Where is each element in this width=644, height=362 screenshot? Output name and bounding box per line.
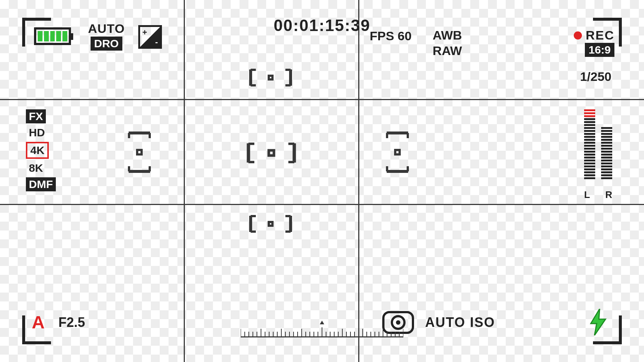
svg-rect-7 (395, 150, 400, 154)
aperture-label: F2.5 (58, 315, 85, 330)
audio-level-meter (584, 109, 612, 179)
mode-dmf[interactable]: DMF (26, 177, 56, 191)
rec-label: REC (586, 28, 614, 42)
exposure-mode-label[interactable]: A (32, 312, 45, 332)
svg-marker-8 (320, 321, 324, 324)
audio-right-bar (601, 127, 612, 179)
svg-rect-3 (269, 76, 272, 79)
svg-rect-5 (269, 222, 272, 226)
audio-channel-labels: L R (584, 189, 612, 201)
resolution-mode-stack[interactable]: FX HD 4K 8K DMF (26, 109, 56, 191)
grid-line (184, 0, 185, 362)
auto-iso-label: AUTO ISO (425, 315, 495, 330)
focus-point-icon (248, 215, 293, 233)
audio-left-bar (584, 109, 595, 179)
grid-line (0, 204, 644, 205)
svg-marker-2 (591, 309, 606, 335)
svg-rect-6 (137, 150, 142, 154)
grid-line (0, 99, 644, 100)
mode-8k[interactable]: 8K (26, 161, 46, 175)
focus-point-icon (386, 130, 409, 174)
focus-point-icon (128, 130, 151, 174)
raw-label: RAW (425, 44, 470, 58)
rec-indicator: REC (574, 28, 614, 42)
dro-chip: DRO (91, 37, 123, 51)
shutter-speed-label: 1/250 (580, 69, 611, 84)
grid-line (358, 0, 359, 362)
mode-hd[interactable]: HD (26, 126, 48, 140)
exposure-scale-icon (241, 320, 403, 339)
focus-point-center-icon (245, 143, 297, 163)
timecode-display: 00:01:15:39 (0, 16, 644, 35)
awb-label: AWB (425, 28, 470, 42)
svg-rect-4 (269, 150, 274, 156)
aspect-ratio-chip: 16:9 (585, 43, 614, 57)
record-dot-icon (574, 31, 582, 40)
mode-4k[interactable]: 4K (26, 142, 49, 159)
flash-icon[interactable] (589, 309, 607, 337)
audio-right-label: R (605, 189, 612, 201)
fps-label: FPS 60 (370, 29, 411, 43)
camera-viewfinder: AUTO DRO +- 00:01:15:39 FPS 60 AWB RAW R… (0, 0, 644, 362)
mode-fx[interactable]: FX (26, 109, 46, 123)
audio-left-label: L (584, 189, 590, 201)
focus-point-icon (248, 69, 293, 86)
